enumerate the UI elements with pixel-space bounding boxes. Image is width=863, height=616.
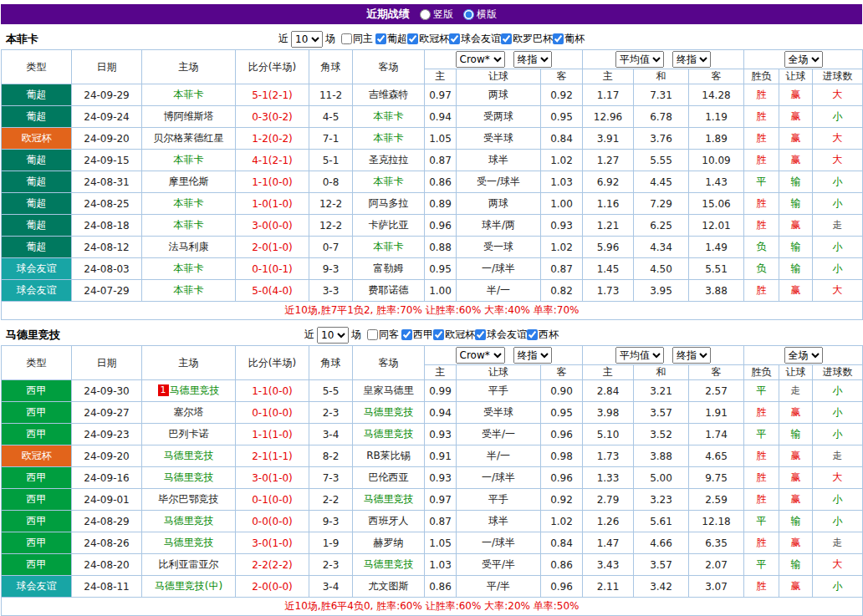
col-header-corner: 角球 <box>309 50 353 84</box>
layout-radio-horizontal[interactable] <box>463 9 474 20</box>
league-filter[interactable]: 欧冠杯 <box>433 328 475 342</box>
odds-away: 0.82 <box>541 280 583 302</box>
league-filter[interactable]: 球会友谊 <box>449 32 501 46</box>
same-side-checkbox[interactable] <box>367 329 378 340</box>
result-goals: 小 <box>813 402 863 424</box>
odds-stage-select[interactable]: 终指 <box>513 347 552 364</box>
matches-table: 类型 日期 主场 比分(半场) 角球 客场 Crow* 终指 平均值 <box>1 49 863 320</box>
match-score: 2-1(1-1) <box>236 445 309 467</box>
odds-handicap: 一/球半 <box>457 467 541 489</box>
match-date: 24-09-29 <box>72 84 142 106</box>
home-team-name: 本菲卡 <box>174 219 204 231</box>
away-team-name: 西班牙人 <box>369 515 409 527</box>
match-row: 欧冠杯24-09-20贝尔格莱德红星1-2(0-2)7-1本菲卡1.05受半球0… <box>2 128 863 150</box>
avg-home: 2.11 <box>583 576 634 598</box>
same-side-filter[interactable]: 同客 <box>367 328 399 342</box>
corner-count: 3-3 <box>309 280 353 302</box>
odds-home: 0.93 <box>425 424 457 445</box>
col-header-type: 类型 <box>2 50 72 84</box>
same-side-label: 同客 <box>379 328 399 342</box>
avg-odds-select[interactable]: 平均值 <box>615 51 664 68</box>
league-filter-label: 欧罗巴杯 <box>513 32 553 46</box>
match-score: 1-1(0-0) <box>236 380 309 402</box>
league-filter[interactable]: 葡超 <box>375 32 407 46</box>
match-row: 西甲24-09-01毕尔巴鄂竞技0-1(0-0)2-2马德里竞技0.97平手0.… <box>2 489 863 511</box>
home-team-name: 马德里竞技(中) <box>155 580 222 592</box>
odds-away: 1.02 <box>541 237 583 258</box>
odds-handicap: 受半球 <box>457 402 541 424</box>
same-side-checkbox[interactable] <box>341 33 352 44</box>
corner-count: 1-9 <box>309 532 353 554</box>
league-filter[interactable]: 欧罗巴杯 <box>501 32 553 46</box>
match-date: 24-09-20 <box>72 445 142 467</box>
away-team-name: 阿马多拉 <box>369 197 409 209</box>
sub-header-avg-draw: 和 <box>634 365 689 380</box>
league-filter-checkbox[interactable] <box>407 33 418 44</box>
home-team: 本菲卡 <box>142 193 236 215</box>
result-outcome: 胜 <box>744 128 779 150</box>
away-team: 赫罗纳 <box>353 532 425 554</box>
league-filter[interactable]: 葡杯 <box>553 32 585 46</box>
home-team-name: 摩里伦斯 <box>169 176 209 187</box>
odds-home: 0.86 <box>425 171 457 193</box>
home-team-name: 博阿维斯塔 <box>164 110 214 122</box>
avg-odds-select[interactable]: 平均值 <box>615 347 664 364</box>
avg-stage-select[interactable]: 终指 <box>672 51 711 68</box>
home-team: 巴列卡诺 <box>142 424 236 445</box>
away-team-name: 皇家马德里 <box>364 384 414 396</box>
league-badge: 葡超 <box>2 171 72 193</box>
league-filter[interactable]: 欧冠杯 <box>407 32 449 46</box>
odds-company-select[interactable]: Crow* <box>456 347 505 364</box>
league-filter-checkbox[interactable] <box>401 329 412 340</box>
same-side-filter[interactable]: 同主 <box>341 32 373 46</box>
match-count-select[interactable]: 10 <box>291 31 323 48</box>
odds-stage-select[interactable]: 终指 <box>513 51 552 68</box>
layout-radio-vertical[interactable] <box>420 9 431 20</box>
league-filter[interactable]: 西甲 <box>401 328 433 342</box>
league-filter-checkbox[interactable] <box>375 33 386 44</box>
away-team-name: 富勒姆 <box>374 262 404 274</box>
away-team-name: 尤文图斯 <box>369 580 409 592</box>
odds-company-select[interactable]: Crow* <box>456 51 505 68</box>
scope-select[interactable]: 全场 <box>784 347 823 364</box>
layout-option-vertical[interactable]: 竖版 <box>420 8 453 22</box>
home-team-name: 塞尔塔 <box>174 406 204 418</box>
away-team: 马德里竞技 <box>353 554 425 576</box>
odds-handicap: 两球 <box>457 84 541 106</box>
away-team-name: 本菲卡 <box>374 241 404 252</box>
sub-header-avg-draw: 和 <box>634 69 689 84</box>
home-team-name: 本菲卡 <box>174 197 204 209</box>
away-team: 西班牙人 <box>353 511 425 532</box>
top-bar: 近期战绩 竖版 横版 <box>1 4 862 24</box>
sub-header-odds-away: 客 <box>541 365 583 380</box>
result-handicap: 输 <box>779 258 813 280</box>
match-count-select[interactable]: 10 <box>317 327 349 344</box>
corner-count: 7-3 <box>309 467 353 489</box>
league-filter-checkbox[interactable] <box>433 329 444 340</box>
league-filter-checkbox[interactable] <box>475 329 486 340</box>
match-score: 5-1(2-1) <box>236 84 309 106</box>
league-filter-checkbox[interactable] <box>553 33 564 44</box>
avg-stage-select[interactable]: 终指 <box>672 347 711 364</box>
home-team: 毕尔巴鄂竞技 <box>142 489 236 511</box>
league-filter-checkbox[interactable] <box>449 33 460 44</box>
league-filter-checkbox[interactable] <box>501 33 512 44</box>
corner-count: 11-2 <box>309 84 353 106</box>
league-filter[interactable]: 西杯 <box>527 328 559 342</box>
match-date: 24-09-24 <box>72 106 142 128</box>
league-filter-checkbox[interactable] <box>527 329 538 340</box>
odds-home: 0.97 <box>425 84 457 106</box>
avg-home: 2.79 <box>583 489 634 511</box>
result-goals: 小 <box>813 511 863 532</box>
odds-home: 1.03 <box>425 554 457 576</box>
home-team: 马德里竞技 <box>142 532 236 554</box>
layout-option-horizontal[interactable]: 横版 <box>463 8 497 22</box>
avg-away: 12.18 <box>689 511 744 532</box>
scope-select[interactable]: 全场 <box>784 51 823 68</box>
avg-home: 1.26 <box>583 511 634 532</box>
corner-count: 9-3 <box>309 258 353 280</box>
league-filter[interactable]: 球会友谊 <box>475 328 527 342</box>
league-badge: 西甲 <box>2 380 72 402</box>
away-team: 巴伦西亚 <box>353 467 425 489</box>
corner-count: 5-5 <box>309 380 353 402</box>
